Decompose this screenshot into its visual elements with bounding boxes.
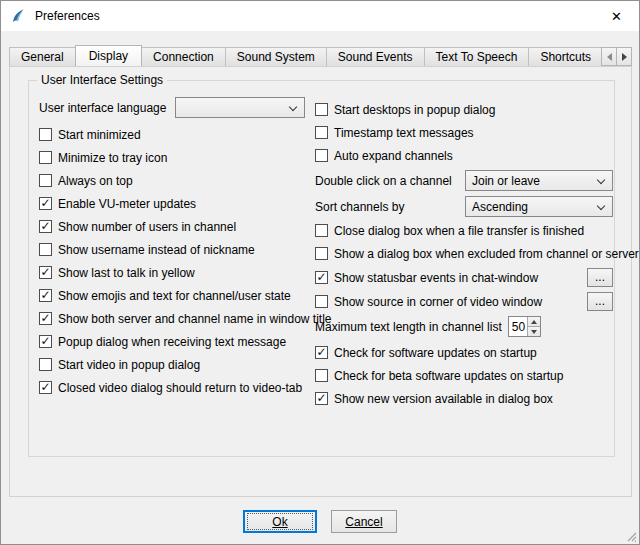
checkbox-label: Show new version available in dialog box (334, 392, 553, 406)
checkbox-check-beta-updates[interactable]: ✓ Check for beta software updates on sta… (315, 367, 613, 384)
checkbox-box[interactable]: ✓ (315, 149, 328, 162)
checkbox-box[interactable]: ✓ (315, 271, 328, 284)
arrow-down-icon (531, 330, 537, 334)
checkbox-show-user-count[interactable]: ✓ Show number of users in channel (39, 218, 315, 235)
checkbox-last-to-talk[interactable]: ✓ Show last to talk in yellow (39, 264, 315, 281)
checkbox-box[interactable]: ✓ (315, 369, 328, 382)
tab-scroll-right-button[interactable] (616, 47, 632, 66)
checkbox-start-minimized[interactable]: ✓ Start minimized (39, 126, 315, 143)
checkbox-show-emojis[interactable]: ✓ Show emojis and text for channel/user … (39, 287, 315, 304)
checkbox-box[interactable]: ✓ (39, 381, 52, 394)
left-column: User interface language ✓ Start minimize… (39, 97, 315, 402)
max-text-length-label: Maximum text length in channel list (315, 320, 502, 334)
checkbox-closed-video-return[interactable]: ✓ Closed video dialog should return to v… (39, 379, 315, 396)
chevron-down-icon (597, 176, 605, 184)
tab-sound-system[interactable]: Sound System (225, 47, 327, 66)
preferences-dialog: Preferences ✕ General Display Connection… (0, 0, 640, 545)
checkbox-minimize-to-tray[interactable]: ✓ Minimize to tray icon (39, 149, 315, 166)
checkbox-always-on-top[interactable]: ✓ Always on top (39, 172, 315, 189)
checkbox-label: Show source in corner of video window (334, 295, 542, 309)
spinner-value[interactable]: 50 (509, 317, 527, 336)
checkbox-label: Close dialog box when a file transfer is… (334, 224, 584, 238)
max-text-length-row: Maximum text length in channel list 50 (315, 316, 613, 337)
max-text-length-spinner[interactable]: 50 (508, 316, 541, 337)
checkbox-new-version-dialog[interactable]: ✓ Show new version available in dialog b… (315, 390, 613, 407)
checkbox-box[interactable]: ✓ (39, 174, 52, 187)
tab-general[interactable]: General (9, 47, 76, 66)
checkbox-box[interactable]: ✓ (39, 243, 52, 256)
checkbox-box[interactable]: ✓ (315, 295, 328, 308)
close-button[interactable]: ✕ (594, 1, 639, 31)
spin-up-button[interactable] (528, 317, 540, 326)
checkbox-window-title[interactable]: ✓ Show both server and channel name in w… (39, 310, 315, 327)
checkbox-box[interactable]: ✓ (39, 197, 52, 210)
checkbox-box[interactable]: ✓ (39, 151, 52, 164)
dialog-footer: Ok Cancel (1, 510, 639, 533)
checkbox-label: Show a dialog box when excluded from cha… (334, 247, 639, 261)
checkbox-box[interactable]: ✓ (315, 346, 328, 359)
checkbox-enable-vu-meter[interactable]: ✓ Enable VU-meter updates (39, 195, 315, 212)
checkbox-label: Auto expand channels (334, 149, 453, 163)
tab-sound-events[interactable]: Sound Events (326, 47, 425, 66)
tab-connection[interactable]: Connection (141, 47, 226, 66)
checkbox-label: Show both server and channel name in win… (58, 312, 332, 326)
checkbox-box[interactable]: ✓ (315, 224, 328, 237)
checkbox-show-username[interactable]: ✓ Show username instead of nickname (39, 241, 315, 258)
double-click-row: Double click on a channel Join or leave (315, 170, 613, 191)
checkbox-label: Check for beta software updates on start… (334, 369, 563, 383)
tab-label: Sound System (237, 50, 315, 64)
checkbox-box[interactable]: ✓ (39, 335, 52, 348)
tab-display[interactable]: Display (75, 45, 142, 66)
checkbox-video-source-corner[interactable]: ✓ Show source in corner of video window … (315, 292, 613, 311)
check-icon: ✓ (40, 197, 50, 209)
app-icon (10, 8, 26, 24)
checkbox-label: Start desktops in popup dialog (334, 103, 495, 117)
ok-button[interactable]: Ok (243, 510, 317, 533)
checkbox-box[interactable]: ✓ (315, 126, 328, 139)
checkbox-label: Start video in popup dialog (58, 358, 200, 372)
ok-button-label: Ok (247, 513, 313, 530)
checkbox-close-on-file-transfer[interactable]: ✓ Close dialog box when a file transfer … (315, 222, 613, 239)
chevron-down-icon (289, 103, 297, 111)
tab-label: Shortcuts (540, 50, 591, 64)
checkbox-box[interactable]: ✓ (315, 247, 328, 260)
checkbox-desktops-popup[interactable]: ✓ Start desktops in popup dialog (315, 101, 613, 118)
tab-label: Sound Events (338, 50, 413, 64)
checkbox-box[interactable]: ✓ (39, 289, 52, 302)
title-bar[interactable]: Preferences ✕ (1, 1, 639, 31)
double-click-label: Double click on a channel (315, 174, 452, 188)
tab-shortcuts[interactable]: Shortcuts (528, 47, 601, 66)
checkbox-statusbar-events[interactable]: ✓ Show statusbar events in chat-window .… (315, 268, 613, 287)
checkbox-box[interactable]: ✓ (39, 266, 52, 279)
checkbox-popup-text-message[interactable]: ✓ Popup dialog when receiving text messa… (39, 333, 315, 350)
tab-scroll-left-button[interactable] (601, 47, 617, 66)
checkbox-label: Always on top (58, 174, 133, 188)
checkbox-box[interactable]: ✓ (315, 392, 328, 405)
checkbox-dialog-when-excluded[interactable]: ✓ Show a dialog box when excluded from c… (315, 245, 613, 262)
check-icon: ✓ (40, 312, 50, 324)
checkbox-label: Show number of users in channel (58, 220, 236, 234)
checkbox-label: Enable VU-meter updates (58, 197, 196, 211)
check-icon: ✓ (316, 271, 326, 283)
statusbar-events-more-button[interactable]: ... (587, 268, 613, 287)
checkbox-auto-expand-channels[interactable]: ✓ Auto expand channels (315, 147, 613, 164)
checkbox-check-updates[interactable]: ✓ Check for software updates on startup (315, 344, 613, 361)
checkbox-box[interactable]: ✓ (39, 128, 52, 141)
language-combobox[interactable] (175, 97, 305, 118)
checkbox-box[interactable]: ✓ (39, 358, 52, 371)
checkbox-box[interactable]: ✓ (39, 312, 52, 325)
checkbox-timestamp-messages[interactable]: ✓ Timestamp text messages (315, 124, 613, 141)
checkbox-box[interactable]: ✓ (315, 103, 328, 116)
sort-channels-combobox[interactable]: Ascending (465, 196, 613, 217)
checkbox-label: Timestamp text messages (334, 126, 474, 140)
display-tab-page: User Interface Settings User interface l… (9, 66, 632, 497)
checkbox-video-popup[interactable]: ✓ Start video in popup dialog (39, 356, 315, 373)
cancel-button[interactable]: Cancel (331, 510, 397, 533)
sort-channels-row: Sort channels by Ascending (315, 196, 613, 217)
language-row: User interface language (39, 97, 315, 118)
checkbox-box[interactable]: ✓ (39, 220, 52, 233)
tab-text-to-speech[interactable]: Text To Speech (424, 47, 530, 66)
spin-down-button[interactable] (528, 326, 540, 336)
double-click-combobox[interactable]: Join or leave (465, 170, 613, 191)
video-source-more-button[interactable]: ... (587, 292, 613, 311)
